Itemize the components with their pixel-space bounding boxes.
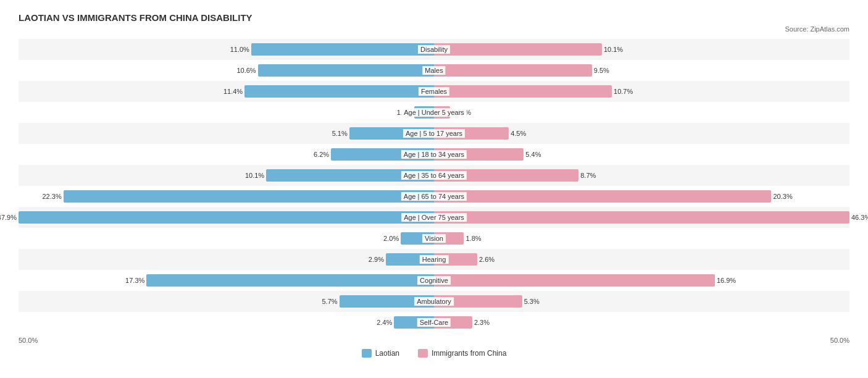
center-label: Ambulatory	[414, 297, 454, 306]
chart-row: 5.1%4.5%Age | 5 to 17 years	[19, 123, 849, 144]
chart-row: 47.9%46.3%Age | Over 75 years	[19, 207, 849, 228]
chart-row: 10.1%8.7%Age | 35 to 64 years	[19, 165, 849, 186]
left-value: 11.4%	[223, 88, 244, 95]
right-value: 10.1%	[602, 46, 623, 53]
right-value: 8.7%	[578, 172, 596, 179]
left-value: 2.0%	[383, 235, 401, 242]
right-value: 20.3%	[771, 193, 792, 200]
right-value: 5.3%	[522, 298, 540, 305]
legend-china: Immigrants from China	[418, 349, 506, 358]
legend-laotian-label: Laotian	[375, 349, 399, 358]
chart-row: 11.4%10.7%Females	[19, 81, 849, 102]
left-value: 5.1%	[332, 130, 349, 137]
chart-row: 17.3%16.9%Cognitive	[19, 270, 849, 291]
right-value: 4.5%	[509, 130, 526, 137]
right-value: 9.5%	[592, 67, 609, 74]
right-value: 46.3%	[849, 214, 868, 221]
chart-row: 5.7%5.3%Ambulatory	[19, 291, 849, 312]
left-value: 2.9%	[369, 256, 386, 263]
chart-row: 2.4%2.3%Self-Care	[19, 312, 849, 333]
x-axis: 50.0% 50.0%	[19, 337, 849, 344]
right-value: 5.4%	[524, 151, 541, 158]
legend-box-pink	[418, 349, 428, 358]
chart-row: 2.0%1.8%Vision	[19, 228, 849, 249]
right-value: 16.9%	[715, 277, 736, 284]
left-value: 47.9%	[0, 214, 19, 221]
left-value: 5.7%	[322, 298, 339, 305]
left-value: 6.2%	[314, 151, 331, 158]
source-label: Source: ZipAtlas.com	[19, 25, 849, 33]
chart-row: 1.2%0.96%Age | Under 5 years	[19, 102, 849, 123]
chart-row: 22.3%20.3%Age | 65 to 74 years	[19, 186, 849, 207]
center-label: Self-Care	[417, 318, 451, 327]
legend-box-blue	[362, 349, 372, 358]
left-value: 22.3%	[42, 193, 63, 200]
left-value: 10.1%	[245, 172, 266, 179]
center-label: Age | 18 to 34 years	[401, 150, 467, 159]
chart-row: 2.9%2.6%Hearing	[19, 249, 849, 270]
center-label: Males	[422, 66, 445, 75]
center-label: Vision	[422, 234, 446, 243]
right-value: 10.7%	[612, 88, 633, 95]
center-label: Cognitive	[417, 276, 451, 285]
center-label: Age | Over 75 years	[401, 213, 467, 222]
chart-row: 10.6%9.5%Males	[19, 60, 849, 81]
center-label: Females	[419, 87, 449, 96]
center-label: Age | 5 to 17 years	[403, 129, 465, 138]
chart-row: 11.0%10.1%Disability	[19, 39, 849, 60]
center-label: Age | 65 to 74 years	[401, 192, 467, 201]
right-value: 2.6%	[477, 256, 495, 263]
chart-area: 11.0%10.1%Disability10.6%9.5%Males11.4%1…	[19, 39, 849, 333]
legend-laotian: Laotian	[362, 349, 399, 358]
center-label: Disability	[418, 45, 450, 54]
chart-title: LAOTIAN VS IMMIGRANTS FROM CHINA DISABIL…	[19, 12, 849, 23]
x-axis-right: 50.0%	[830, 337, 849, 344]
x-axis-left: 50.0%	[19, 337, 38, 344]
legend-china-label: Immigrants from China	[432, 349, 506, 358]
center-label: Age | 35 to 64 years	[401, 171, 467, 180]
legend: Laotian Immigrants from China	[19, 349, 849, 358]
center-label: Hearing	[420, 255, 449, 264]
right-value: 1.8%	[464, 235, 481, 242]
left-value: 10.6%	[236, 67, 257, 74]
left-value: 11.0%	[230, 46, 251, 53]
right-value: 2.3%	[472, 319, 490, 326]
chart-row: 6.2%5.4%Age | 18 to 34 years	[19, 144, 849, 165]
left-value: 2.4%	[377, 319, 394, 326]
center-label: Age | Under 5 years	[401, 108, 467, 117]
left-value: 17.3%	[125, 277, 146, 284]
